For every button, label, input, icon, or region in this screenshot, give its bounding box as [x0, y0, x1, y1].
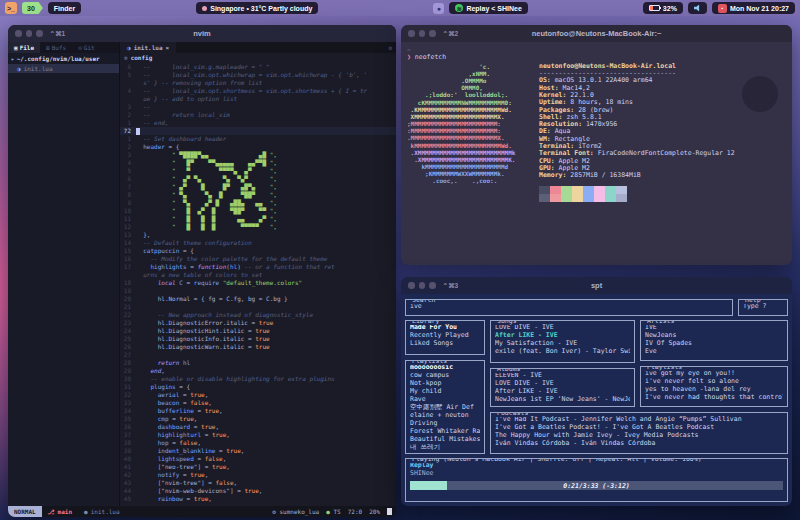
- playlist-item[interactable]: Forest Whitaker Ra: [410, 427, 480, 435]
- artist-item[interactable]: IV Of Spades: [645, 339, 783, 347]
- library-item[interactable]: Recently Played: [410, 331, 480, 339]
- window-shortcut: ⌃⌘1: [50, 30, 66, 38]
- terminal-content[interactable]: ~ ❯ neofetch 'c. ,xNMM. .OMMMMo OMMM0, .…: [401, 42, 792, 265]
- sidebar-tab-file[interactable]: ▣File: [8, 42, 40, 53]
- active-app-name[interactable]: Finder: [48, 2, 81, 14]
- editor-pane[interactable]: ◑ init.lua × ⚙ ✽ config 6 -- local_vim.g…: [120, 42, 396, 506]
- line-number: 37: [120, 431, 136, 439]
- sidebar-tab-label: Bufs: [52, 44, 66, 51]
- code-line: 41 ["neo-tree"] = true,: [120, 463, 396, 471]
- code-line: 33 beacon = false,: [120, 399, 396, 407]
- zoom-window-button[interactable]: [429, 30, 436, 37]
- playlist-item[interactable]: Rave: [410, 395, 480, 403]
- ascii-art-line: .cooc,. .,coo:.: [407, 177, 529, 184]
- git-branch-label[interactable]: main: [58, 508, 72, 515]
- song-item[interactable]: My Satisfaction - IVE: [495, 339, 630, 347]
- neotree-root-path[interactable]: ▸ ~/.config/nvim/lua/user: [8, 53, 119, 64]
- gear-icon: ⚙: [272, 508, 276, 515]
- search-input[interactable]: Search ive: [405, 299, 733, 316]
- tabbar-gear-icon[interactable]: ⚙: [384, 42, 396, 53]
- zoom-window-button[interactable]: [429, 282, 436, 289]
- window-title: nvim: [8, 29, 396, 38]
- code-line: 23 hl.DiagnosticError.italic = true: [120, 319, 396, 327]
- playlist-item[interactable]: My child: [410, 387, 480, 395]
- current-track-artist[interactable]: SHINee: [410, 469, 783, 477]
- pin-icon[interactable]: ●: [433, 3, 444, 14]
- close-buffer-icon[interactable]: ×: [166, 44, 170, 51]
- album-item[interactable]: NewJeans 1st EP 'New Jeans' - NewJeans: [495, 395, 630, 403]
- nvim-window: ⌃⌘1 nvim ▣File⊞Bufs⊙Git ▸ ~/.config/nvim…: [8, 25, 396, 517]
- code-line: 8 " ▀▄ ▀▄ █ ▀██▀ ",: [120, 191, 396, 199]
- code-line: 20 hl.Normal = { fg = C.fg, bg = C.bg }: [120, 295, 396, 303]
- playlist-result-item[interactable]: i've never felt so alone: [645, 377, 783, 385]
- line-number: 31: [120, 383, 136, 391]
- code-line: 2 header = {: [120, 143, 396, 151]
- traffic-lights: [408, 282, 436, 289]
- line-number: 2: [120, 111, 136, 119]
- code-line: 24 hl.DiagnosticHint.italic = true: [120, 327, 396, 335]
- progress-bar[interactable]: 0:21/3:33 (-3:12): [410, 481, 783, 490]
- playlist-item[interactable]: elaine + neuton: [410, 411, 480, 419]
- song-item[interactable]: After LIKE - IVE: [495, 331, 630, 339]
- song-item[interactable]: exile (feat. Bon Iver) - Taylor Swift,: [495, 347, 630, 355]
- palette-swatch: [605, 186, 616, 194]
- sidebar-tab-git[interactable]: ⊙Git: [72, 42, 100, 53]
- playlist-item[interactable]: cow campus: [410, 371, 480, 379]
- playlist-item[interactable]: 내 쓰레기: [410, 443, 480, 451]
- lua-file-icon: ◑: [17, 65, 21, 72]
- code-line: 18 local C = require "default_theme.colo…: [120, 279, 396, 287]
- battery-widget[interactable]: 32%: [643, 2, 683, 14]
- minimize-window-button[interactable]: [419, 30, 426, 37]
- clock-widget[interactable]: ▪ Mon Nov 21 20:27: [712, 2, 795, 14]
- close-window-button[interactable]: [15, 30, 22, 37]
- weather-widget[interactable]: Singapore • 31°C Partly cloudy: [196, 2, 318, 14]
- line-number: [120, 271, 136, 279]
- close-window-button[interactable]: [408, 282, 415, 289]
- neotree-file-init-lua[interactable]: ◑ init.lua: [8, 64, 119, 73]
- artist-item[interactable]: Eve: [645, 347, 783, 355]
- mode-indicator: NORMAL: [8, 506, 42, 517]
- sidebar-tab-bufs[interactable]: ⊞Bufs: [40, 42, 72, 53]
- playlist-item[interactable]: 空中露別墅 Air Def: [410, 403, 480, 411]
- playlist-result-item[interactable]: yes to heaven -lana del rey: [645, 385, 783, 393]
- playlist-result-item[interactable]: I've never had thoughts that control me: [645, 393, 783, 401]
- folder-icon: ▸: [11, 55, 15, 62]
- podcast-item[interactable]: I've Had It Podcast - Jennifer Welch and…: [495, 415, 783, 423]
- podcast-item[interactable]: I've Got a Beatles Podcast! - I've Got A…: [495, 423, 783, 431]
- album-item[interactable]: After LIKE - IVE: [495, 387, 630, 395]
- album-item[interactable]: LOVE DIVE - IVE: [495, 379, 630, 387]
- code-line: 4 " █▀ ▀▀▄▄▄▄▄ ▄▄▀▀█ ",: [120, 159, 396, 167]
- terminal-app-icon[interactable]: >_: [5, 2, 17, 14]
- weather-icon: [202, 6, 207, 11]
- close-window-button[interactable]: [408, 30, 415, 37]
- line-number: 24: [120, 327, 136, 335]
- code-line: 1 -- end,: [120, 119, 396, 127]
- buffer-tab-init-lua[interactable]: ◑ init.lua ×: [120, 42, 176, 53]
- playlist-item[interactable]: Not-kpop: [410, 379, 480, 387]
- playlist-item[interactable]: Driving: [410, 419, 480, 427]
- workspace-badge[interactable]: 30: [22, 2, 43, 14]
- ascii-art-line: ;KMMMMMMMWXXWMMMMMMMk.: [407, 170, 529, 177]
- app-name-label: Finder: [54, 5, 75, 12]
- library-item[interactable]: Liked Songs: [410, 339, 480, 347]
- code-line: ue } -- add to option list: [120, 95, 396, 103]
- zoom-window-button[interactable]: [36, 30, 43, 37]
- nvim-titlebar[interactable]: ⌃⌘1 nvim: [8, 25, 396, 42]
- podcast-item[interactable]: The Happy Hour with Jamie Ivey - Ivey Me…: [495, 431, 783, 439]
- artist-item[interactable]: NewJeans: [645, 331, 783, 339]
- minimize-window-button[interactable]: [26, 30, 33, 37]
- playback-time: 0:21/3:33 (-3:12): [410, 482, 783, 490]
- minimize-window-button[interactable]: [419, 282, 426, 289]
- code-line: 34 bufferline = true,: [120, 407, 396, 415]
- terminal-titlebar[interactable]: ⌃⌘2 neutonfoo@Neutons-MacBook-Air:~: [401, 25, 792, 42]
- line-number: 12: [120, 223, 136, 231]
- line-number: 17: [120, 263, 136, 271]
- line-number: 5: [120, 71, 136, 79]
- code-area[interactable]: 6 -- local_vim.g.mapleader = " "5 -- loc…: [120, 62, 396, 506]
- spt-titlebar[interactable]: ⌃⌘3 spt: [401, 277, 792, 294]
- podcast-item[interactable]: Iván Vindas Córdoba - Iván Vindas Córdob…: [495, 439, 783, 447]
- code-line: 31 plugins = {: [120, 383, 396, 391]
- now-playing-widget[interactable]: ≋ Replay < SHINee: [449, 2, 527, 14]
- playlist-item[interactable]: Beautiful Mistakes: [410, 435, 480, 443]
- volume-widget[interactable]: [688, 2, 707, 14]
